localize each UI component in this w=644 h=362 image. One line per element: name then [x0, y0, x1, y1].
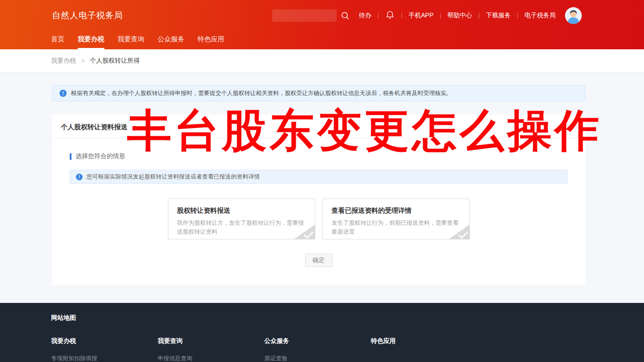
footer-columns: 我要办税 专项附加扣除填报 我要查询 申报信息查询 公众服务 票证查验 特色应用 — [51, 337, 644, 362]
info-icon: ! — [76, 174, 83, 180]
transfer-report-card: 个人股权转让资料报送 选择您符合的情形 ! 您可根据实际情况发起股权转让资料报送… — [52, 115, 585, 285]
info-icon: ! — [60, 90, 67, 97]
breadcrumb-current: 个人股权转让所得 — [90, 57, 140, 65]
sitemap-title: 网站地图 — [51, 314, 644, 322]
option-card-view-submitted[interactable]: 查看已报送资料的受理详情 发生了股权转让行为，前期已报送资料，需要查看最新进度 — [322, 199, 470, 239]
footer-col-header: 我要查询 — [158, 337, 264, 345]
menu-item-help-center[interactable]: 帮助中心 — [441, 12, 479, 20]
option-description: 我作为股权转让方，发生了股权转让行为，需要报送股权转让资料 — [177, 219, 309, 236]
footer-link-declaration-info[interactable]: 申报信息查询 — [158, 354, 264, 362]
corner-checkmark-icon — [294, 225, 315, 239]
footer-col-public-service: 公众服务 票证查验 — [264, 337, 371, 362]
footer-col-featured-apps: 特色应用 — [371, 337, 477, 362]
primary-nav: 首页 我要办税 我要查询 公众服务 特色应用 — [0, 31, 644, 49]
app-header: 自然人电子税务局 待办 手机APP 帮助中心 — [0, 0, 644, 49]
footer-col-header: 我要办税 — [51, 337, 158, 345]
section-accent-bar — [70, 153, 72, 160]
card-title: 个人股权转让资料报送 — [52, 115, 585, 138]
option-title: 股权转让资料报送 — [177, 207, 306, 215]
header-menu: 待办 手机APP 帮助中心 下载服务 电子税务局 — [352, 9, 562, 22]
menu-item-download[interactable]: 下载服务 — [479, 12, 517, 20]
confirm-button[interactable]: 确定 — [305, 254, 333, 267]
footer-col-header: 特色应用 — [371, 337, 477, 345]
menu-item-mobile-app[interactable]: 手机APP — [402, 12, 440, 20]
footer-col-tax-handling: 我要办税 专项附加扣除填报 — [51, 337, 158, 362]
notice-banner: ! 根据有关规定，在办理个人股权转让所得申报时，需要提交个人股权转让相关资料，股… — [52, 85, 585, 101]
corner-checkmark-icon — [449, 225, 469, 239]
app-logo[interactable]: 自然人电子税务局 — [52, 10, 123, 21]
tab-inquiry[interactable]: 我要查询 — [118, 31, 144, 49]
tab-public-service[interactable]: 公众服务 — [158, 31, 184, 49]
breadcrumb: 我要办税 > 个人股权转让所得 — [0, 49, 644, 72]
tab-featured-apps[interactable]: 特色应用 — [198, 31, 224, 49]
search-icon[interactable] — [341, 11, 350, 20]
main-content: ! 根据有关规定，在办理个人股权转让所得申报时，需要提交个人股权转让相关资料，股… — [52, 85, 585, 285]
header-top-bar: 自然人电子税务局 待办 手机APP 帮助中心 — [0, 0, 644, 31]
search-input[interactable] — [272, 9, 337, 22]
page-footer: 网站地图 我要办税 专项附加扣除填报 我要查询 申报信息查询 公众服务 票证查验… — [0, 303, 644, 362]
notice-text: 根据有关规定，在办理个人股权转让所得申报时，需要提交个人股权转让相关资料，股权受… — [71, 89, 452, 97]
hint-text: 您可根据实际情况发起股权转让资料报送或者查看已报送的资料详情 — [87, 173, 260, 181]
hint-box: ! 您可根据实际情况发起股权转让资料报送或者查看已报送的资料详情 — [70, 170, 568, 184]
avatar[interactable] — [565, 7, 582, 24]
menu-item-etax-bureau[interactable]: 电子税务局 — [518, 12, 562, 20]
chevron-right-icon: > — [81, 57, 85, 64]
menu-item-todo[interactable]: 待办 — [352, 12, 378, 20]
footer-col-header: 公众服务 — [264, 337, 371, 345]
section-label: 选择您符合的情形 — [70, 153, 568, 160]
footer-link-ticket-check[interactable]: 票证查验 — [264, 354, 371, 362]
option-title: 查看已报送资料的受理详情 — [332, 207, 461, 215]
breadcrumb-parent[interactable]: 我要办税 — [51, 57, 76, 65]
bell-icon — [385, 9, 395, 22]
options-row: 股权转让资料报送 我作为股权转让方，发生了股权转让行为，需要报送股权转让资料 查… — [70, 199, 568, 239]
card-body: 选择您符合的情形 ! 您可根据实际情况发起股权转让资料报送或者查看已报送的资料详… — [52, 153, 585, 267]
footer-col-inquiry: 我要查询 申报信息查询 — [158, 337, 264, 362]
tab-home[interactable]: 首页 — [51, 31, 64, 49]
footer-link-special-deduction[interactable]: 专项附加扣除填报 — [51, 354, 158, 362]
option-card-submit-materials[interactable]: 股权转让资料报送 我作为股权转让方，发生了股权转让行为，需要报送股权转让资料 — [168, 199, 315, 239]
option-description: 发生了股权转让行为，前期已报送资料，需要查看最新进度 — [332, 219, 463, 236]
tab-tax-handling[interactable]: 我要办税 — [78, 31, 104, 49]
notifications-button[interactable] — [378, 9, 402, 22]
section-title: 选择您符合的情形 — [76, 152, 125, 160]
